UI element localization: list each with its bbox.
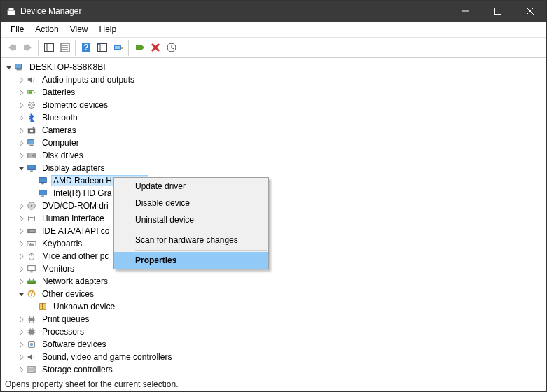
- chevron-right-icon[interactable]: [16, 75, 26, 85]
- svg-rect-26: [29, 91, 32, 94]
- tree-category[interactable]: DVD/CD-ROM dri: [1, 200, 546, 212]
- close-button[interactable]: [514, 1, 546, 22]
- tree-category[interactable]: Bluetooth: [1, 111, 546, 124]
- tree-category[interactable]: Audio inputs and outputs: [1, 74, 546, 86]
- chevron-right-icon[interactable]: [16, 125, 26, 135]
- chevron-right-icon[interactable]: [16, 214, 26, 223]
- svg-rect-31: [33, 127, 35, 129]
- forward-button[interactable]: [20, 40, 36, 56]
- tree-device[interactable]: !Unknown device: [1, 300, 546, 313]
- chevron-right-icon[interactable]: [16, 113, 26, 122]
- menu-file[interactable]: File: [5, 22, 29, 37]
- show-hidden-button[interactable]: [41, 40, 57, 56]
- update-driver-button[interactable]: [110, 40, 126, 56]
- chevron-right-icon[interactable]: [16, 276, 26, 286]
- tree-category[interactable]: Disk drives: [1, 149, 546, 162]
- uninstall-device-button[interactable]: [147, 40, 163, 56]
- chevron-right-icon[interactable]: [16, 365, 26, 374]
- svg-rect-20: [136, 46, 141, 50]
- menu-help[interactable]: Help: [94, 22, 123, 37]
- svg-point-28: [30, 104, 33, 106]
- menu-view[interactable]: View: [64, 22, 94, 37]
- tree-root[interactable]: DESKTOP-8S8K8BI: [1, 61, 546, 74]
- chevron-down-icon[interactable]: [4, 62, 13, 72]
- svg-rect-58: [29, 279, 31, 281]
- tree-category[interactable]: Mice and other pc: [1, 250, 546, 262]
- svg-rect-67: [29, 330, 34, 335]
- svg-rect-66: [29, 321, 33, 323]
- chevron-right-icon[interactable]: [16, 251, 26, 261]
- tree-category[interactable]: IDE ATA/ATAPI co: [1, 225, 546, 237]
- tree-category[interactable]: Computer: [1, 136, 546, 149]
- context-menu-item[interactable]: Update driver: [114, 178, 268, 195]
- tree-category[interactable]: Software devices: [1, 338, 546, 351]
- tree-category[interactable]: Network adapters: [1, 275, 546, 288]
- svg-rect-1: [9, 8, 14, 11]
- tree-category[interactable]: Cameras: [1, 124, 546, 136]
- chevron-right-icon[interactable]: [16, 88, 26, 97]
- chevron-right-icon[interactable]: [16, 201, 26, 211]
- context-menu-item[interactable]: Scan for hardware changes: [114, 232, 268, 248]
- unknown-icon: !: [37, 301, 48, 312]
- tree-category-label: Other devices: [40, 288, 96, 300]
- tree-category-label: DVD/CD-ROM dri: [40, 200, 111, 211]
- maximize-button[interactable]: [482, 1, 514, 22]
- tree-category-label: Network adapters: [40, 276, 110, 287]
- tree-category[interactable]: Sound, video and game controllers: [1, 351, 546, 363]
- tree-category[interactable]: ?Other devices: [1, 288, 546, 300]
- context-menu-item[interactable]: Uninstall device: [114, 211, 268, 228]
- tree-category-label: Batteries: [40, 87, 77, 98]
- chevron-right-icon[interactable]: [16, 100, 26, 110]
- svg-point-35: [32, 154, 35, 157]
- chevron-right-icon[interactable]: [16, 314, 26, 324]
- tree-category[interactable]: Batteries: [1, 86, 546, 99]
- tree-category[interactable]: Monitors: [1, 262, 546, 275]
- tree-category[interactable]: Print queues: [1, 313, 546, 326]
- chevron-right-icon[interactable]: [16, 264, 26, 274]
- chevron-right-icon[interactable]: [16, 352, 26, 362]
- device-tree[interactable]: DESKTOP-8S8K8BIAudio inputs and outputsB…: [1, 58, 546, 377]
- tree-category[interactable]: Display adapters: [1, 162, 546, 174]
- chevron-right-icon[interactable]: [16, 340, 26, 349]
- chevron-down-icon[interactable]: [16, 163, 26, 173]
- chevron-right-icon[interactable]: [16, 327, 26, 337]
- tree-category[interactable]: Biometric devices: [1, 99, 546, 111]
- tree-category-label: Monitors: [40, 263, 76, 274]
- show-hidden-devices-button[interactable]: [94, 40, 110, 56]
- display-icon: [26, 162, 37, 174]
- back-button[interactable]: [4, 40, 20, 56]
- tree-device[interactable]: Intel(R) HD Gra: [1, 187, 546, 200]
- svg-rect-0: [8, 10, 15, 15]
- properties-button[interactable]: [57, 40, 73, 56]
- keyboard-icon: [26, 238, 37, 249]
- svg-rect-33: [29, 145, 33, 146]
- enable-device-button[interactable]: [131, 40, 147, 56]
- svg-rect-51: [32, 243, 32, 244]
- disk-icon: [26, 150, 37, 161]
- tree-category[interactable]: Storage controllers: [1, 363, 546, 376]
- svg-rect-45: [29, 217, 33, 218]
- chevron-right-icon[interactable]: [16, 239, 26, 248]
- tree-category[interactable]: Human Interface: [1, 212, 546, 225]
- help-button[interactable]: ?: [78, 40, 94, 56]
- minimize-button[interactable]: [450, 1, 482, 22]
- context-menu-item[interactable]: Properties: [114, 252, 268, 269]
- chevron-right-icon[interactable]: [16, 138, 26, 148]
- chevron-right-icon[interactable]: [16, 226, 26, 236]
- context-menu-item[interactable]: Disable device: [114, 195, 268, 211]
- svg-rect-40: [39, 190, 47, 195]
- chevron-right-icon[interactable]: [16, 150, 26, 160]
- svg-rect-65: [29, 316, 33, 318]
- computer-icon: [26, 137, 37, 148]
- svg-rect-56: [30, 272, 33, 273]
- tree-category[interactable]: Processors: [1, 326, 546, 338]
- tree-category[interactable]: Keyboards: [1, 237, 546, 250]
- svg-rect-39: [41, 183, 44, 185]
- chevron-down-icon[interactable]: [16, 289, 26, 299]
- svg-rect-18: [121, 47, 123, 49]
- audio-icon: [26, 74, 37, 85]
- tree-category-label: Software devices: [40, 339, 108, 350]
- menu-action[interactable]: Action: [29, 22, 64, 37]
- tree-device[interactable]: AMD Radeon HD 7670M: [1, 174, 546, 187]
- scan-hardware-button[interactable]: [163, 40, 179, 56]
